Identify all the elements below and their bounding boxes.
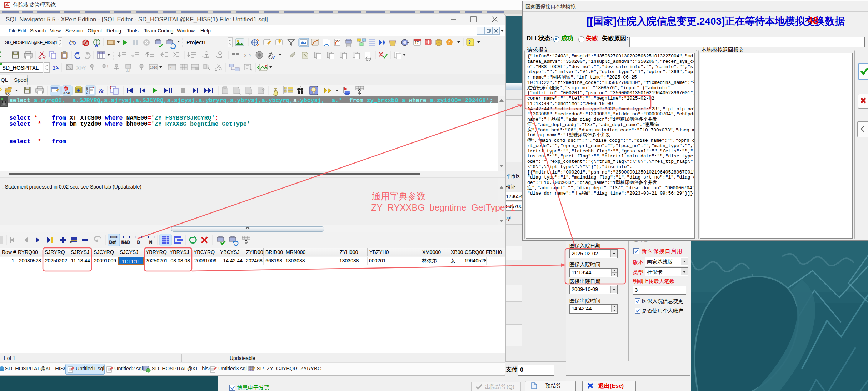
- svg-text:&: &: [99, 87, 104, 95]
- svg-text:SQL: SQL: [335, 39, 341, 42]
- svg-text:!: !: [107, 64, 108, 69]
- svg-text:Def: Def: [109, 240, 116, 244]
- svg-text:S: S: [86, 86, 88, 89]
- svg-text:W: W: [95, 44, 98, 47]
- svg-text:N: N: [149, 240, 152, 244]
- svg-text:17: 17: [415, 41, 419, 45]
- svg-text:XÞY: XÞY: [76, 65, 86, 71]
- svg-text:?: ?: [169, 66, 171, 70]
- svg-text:L: L: [86, 91, 88, 94]
- svg-text:ddl: ddl: [126, 69, 130, 72]
- svg-text:18: 18: [64, 87, 67, 90]
- svg-text:N&D: N&D: [121, 240, 130, 244]
- svg-text:?: ?: [448, 40, 450, 45]
- svg-text:V: V: [272, 55, 275, 60]
- svg-text:2: 2: [53, 65, 56, 71]
- svg-text:x=?: x=?: [244, 53, 251, 58]
- svg-text:D: D: [137, 240, 140, 244]
- svg-text:#?X!: #?X!: [63, 91, 70, 95]
- svg-text:?: ?: [468, 40, 471, 45]
- svg-text:1010: 1010: [150, 66, 157, 69]
